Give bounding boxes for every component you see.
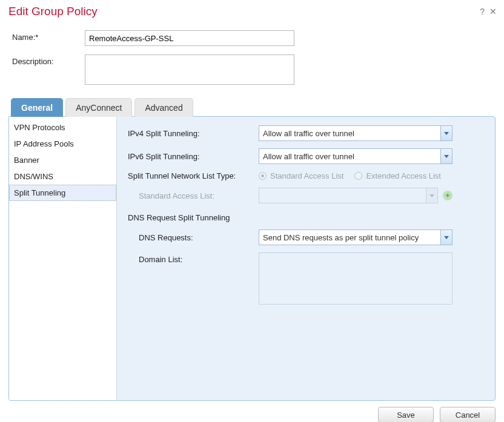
dialog-title: Edit Group Policy [8,5,480,18]
tab-advanced[interactable]: Advanced [134,98,193,117]
dns-requests-label: DNS Requests: [128,233,259,242]
side-item-vpn-protocols[interactable]: VPN Protocols [9,119,116,136]
chevron-down-icon [426,188,438,203]
cancel-button[interactable]: Cancel [440,407,496,422]
radio-extended-access-list: Extended Access List [354,171,441,180]
name-label: Name:* [12,30,85,42]
split-tunneling-panel: IPv4 Split Tunneling: Allow all traffic … [117,117,495,400]
ipv4-split-label: IPv4 Split Tunneling: [128,129,259,138]
chevron-down-icon[interactable] [440,125,453,141]
edit-group-policy-dialog: Edit Group Policy ? ✕ Name:* Description… [0,0,504,422]
side-item-dns-wins[interactable]: DNS/WINS [9,168,116,185]
ipv4-split-select[interactable]: Allow all traffic over tunnel [259,125,453,141]
name-input[interactable] [85,30,294,46]
side-item-split-tunneling[interactable]: Split Tunneling [9,185,116,201]
dns-requests-value: Send DNS requests as per split tunnel po… [259,229,440,245]
radio-extended-label: Extended Access List [366,171,441,180]
side-item-ip-address-pools[interactable]: IP Address Pools [9,136,116,152]
close-icon[interactable]: ✕ [489,7,497,16]
list-type-label: Split Tunnel Network List Type: [128,171,259,180]
help-icon[interactable]: ? [480,7,485,16]
add-icon[interactable]: + [443,191,453,200]
ipv4-split-value: Allow all traffic over tunnel [259,125,440,141]
domain-list-label: Domain List: [128,252,259,264]
std-access-list-label: Standard Access List: [128,191,259,200]
chevron-down-icon[interactable] [440,148,453,164]
domain-list-box [259,252,453,305]
radio-icon [354,172,362,180]
dialog-titlebar: Edit Group Policy ? ✕ [0,0,504,22]
side-item-banner[interactable]: Banner [9,152,116,168]
dns-section-heading: DNS Request Split Tunneling [128,213,485,222]
dialog-footer: Save Cancel [0,401,504,422]
form-header: Name:* Description: [0,22,504,98]
radio-standard-access-list: Standard Access List [259,171,343,180]
tab-strip: General AnyConnect Advanced [8,98,496,116]
list-type-radios: Standard Access List Extended Access Lis… [259,171,441,180]
tab-general[interactable]: General [11,98,63,117]
ipv6-split-value: Allow all traffic over tunnel [259,148,440,164]
std-access-list-select [259,188,438,203]
dns-requests-select[interactable]: Send DNS requests as per split tunnel po… [259,229,453,245]
tab-body: VPN Protocols IP Address Pools Banner DN… [8,116,496,401]
radio-standard-label: Standard Access List [270,171,343,180]
ipv6-split-label: IPv6 Split Tunneling: [128,152,259,161]
description-input[interactable] [85,54,294,85]
save-button[interactable]: Save [378,407,434,422]
description-label: Description: [12,54,85,66]
std-access-list-value [259,188,426,203]
tab-anyconnect[interactable]: AnyConnect [65,98,132,117]
radio-icon [259,172,267,180]
chevron-down-icon[interactable] [440,229,453,245]
titlebar-actions: ? ✕ [480,7,497,16]
ipv6-split-select[interactable]: Allow all traffic over tunnel [259,148,453,164]
side-nav: VPN Protocols IP Address Pools Banner DN… [9,117,117,400]
